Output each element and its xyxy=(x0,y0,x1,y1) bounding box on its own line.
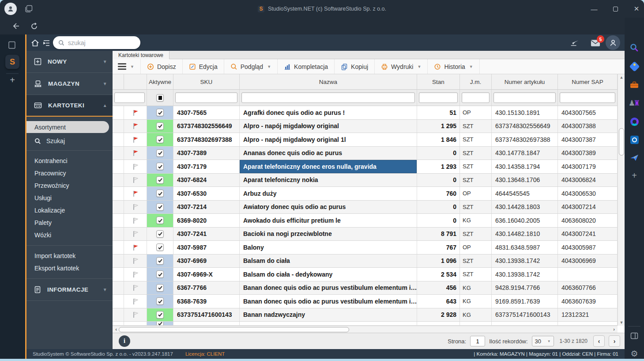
filter-handle-input[interactable] xyxy=(114,92,145,103)
sidebar-item-asortyment[interactable]: Asortyment xyxy=(26,121,109,133)
checkbox-checked-icon[interactable] xyxy=(156,217,164,224)
table-row[interactable]: 6373751471600143 Banan nadzwyczajny 2 92… xyxy=(113,308,618,322)
dopisz-button[interactable]: Dopisz xyxy=(141,59,183,74)
table-row[interactable]: 4307-6530 Arbuz duży 760 OP 4644545545 4… xyxy=(113,187,618,201)
name-cell[interactable]: Aparat telefoniczny donec eros nulla, gr… xyxy=(240,160,417,173)
sidebar-loop-icon[interactable] xyxy=(629,116,640,127)
row-handle-cell[interactable] xyxy=(113,160,124,173)
name-cell[interactable]: Alpro - napój migdałowy original 1l xyxy=(240,133,417,146)
col-numer-sap[interactable]: Numer SAP xyxy=(558,74,618,89)
active-checkbox-cell[interactable] xyxy=(147,228,173,241)
filter-checkbox-indeterminate[interactable] xyxy=(156,94,164,102)
name-cell[interactable]: Agrafki donec quis odio ac purus ! xyxy=(240,106,417,119)
active-checkbox-cell[interactable] xyxy=(147,106,173,119)
sidebar-item-import-kartotek[interactable]: Import kartotek xyxy=(26,250,113,262)
active-checkbox-cell[interactable] xyxy=(147,133,173,146)
sidebar-section-kartoteki[interactable]: KARTOTEKI ▲ xyxy=(26,95,113,117)
name-cell[interactable]: Awiatory donec quis odio ac purus xyxy=(240,201,417,214)
sidebar-item-kontrahenci[interactable]: Kontrahenci xyxy=(26,155,113,167)
table-row[interactable]: 6373748302697388 Alpro - napój migdałowy… xyxy=(113,133,618,147)
page-icon[interactable] xyxy=(8,41,16,49)
sidebar-item-lokalizacje[interactable]: Lokalizacje xyxy=(26,204,113,217)
filter-sku-input[interactable] xyxy=(175,92,237,103)
sidebar-outlook-icon[interactable] xyxy=(629,134,640,145)
table-row[interactable]: 4307-7179 Aparat telefoniczny donec eros… xyxy=(113,160,618,174)
sidebar-section-informacje[interactable]: INFORMACJE ▼ xyxy=(26,279,113,300)
name-cell[interactable]: Awokado duis efficitur pretium le xyxy=(240,214,417,227)
active-checkbox-cell[interactable] xyxy=(147,322,173,325)
sidebar-item-eksport-kartotek[interactable]: Eksport kartotek xyxy=(26,262,113,274)
chevron-down-icon[interactable]: ▼ xyxy=(103,81,107,86)
checkbox-checked-icon[interactable] xyxy=(156,297,164,305)
col-aktywne[interactable]: Aktywne xyxy=(147,74,173,89)
name-cell[interactable]: Balony xyxy=(240,241,417,254)
checkbox-checked-icon[interactable] xyxy=(156,284,164,292)
checkbox-checked-icon[interactable] xyxy=(156,322,164,325)
row-handle-cell[interactable] xyxy=(113,106,124,119)
name-cell[interactable]: Alpro - napój migdałowy original xyxy=(240,120,417,133)
name-cell[interactable]: Balsam do ciała xyxy=(240,255,417,268)
name-cell[interactable]: Banan donec quis odio ac purus vestibulu… xyxy=(240,281,417,295)
page-input[interactable] xyxy=(470,336,485,346)
table-row[interactable]: 6373748302556649 Alpro - napój migdałowy… xyxy=(113,120,618,133)
name-cell[interactable]: Banan donec quis odio ac purus vestibulu… xyxy=(240,295,417,308)
name-cell[interactable]: Aparat telefoniczny nokia xyxy=(240,174,417,187)
col-jm[interactable]: J.m. xyxy=(460,74,492,89)
active-checkbox-cell[interactable] xyxy=(147,201,173,214)
chevron-down-icon[interactable]: ▼ xyxy=(103,59,107,64)
table-row[interactable]: 4307-7241 Bacioki na nogi przeciwblotne … xyxy=(113,228,618,241)
app-search[interactable] xyxy=(53,36,140,49)
back-icon[interactable] xyxy=(11,21,20,31)
row-handle-cell[interactable] xyxy=(113,228,124,241)
maximize-button[interactable] xyxy=(606,0,624,18)
checkbox-checked-icon[interactable] xyxy=(156,176,164,184)
chevron-down-icon[interactable]: ▼ xyxy=(103,287,107,292)
prev-page-button[interactable]: ‹ xyxy=(593,335,605,347)
scroll-right-icon[interactable]: › xyxy=(610,326,618,333)
row-handle-cell[interactable] xyxy=(113,308,124,322)
horizontal-scrollbar[interactable]: ‹ › xyxy=(113,326,618,333)
active-checkbox-cell[interactable] xyxy=(147,174,173,187)
home-icon[interactable] xyxy=(30,38,40,48)
filter-nazwa-input[interactable] xyxy=(241,92,415,103)
checkbox-checked-icon[interactable] xyxy=(156,257,164,265)
row-handle-cell[interactable] xyxy=(113,187,124,200)
sidebar-item-szukaj[interactable]: Szukaj xyxy=(26,134,113,148)
filter-jm-input[interactable] xyxy=(462,92,490,103)
sidebar-section-magazyn[interactable]: MAGAZYN ▼ xyxy=(26,73,113,95)
scroll-down-icon[interactable]: ▼ xyxy=(618,319,625,326)
col-numer-artykulu[interactable]: Numer artykułu xyxy=(492,74,558,89)
active-checkbox-cell[interactable] xyxy=(147,268,173,281)
sidebar-item-przewoznicy[interactable]: Przewoźnicy xyxy=(26,179,113,192)
scroll-up-icon[interactable]: ▲ xyxy=(618,74,625,80)
table-row[interactable]: 6369-8020 Awokado duis efficitur pretium… xyxy=(113,214,618,228)
kopiuj-button[interactable]: Kopiuj xyxy=(335,59,375,74)
next-page-button[interactable]: › xyxy=(609,335,620,347)
strip-add-icon[interactable]: + xyxy=(7,75,18,86)
active-checkbox-cell[interactable] xyxy=(147,241,173,254)
checkbox-checked-icon[interactable] xyxy=(156,243,164,251)
checkbox-checked-icon[interactable] xyxy=(156,230,164,238)
table-row[interactable] xyxy=(113,322,618,326)
sidebar-drop-icon[interactable] xyxy=(629,152,640,163)
checkbox-checked-icon[interactable] xyxy=(156,136,164,143)
sidebar-toolbox-icon[interactable] xyxy=(629,80,640,90)
active-checkbox-cell[interactable] xyxy=(147,120,173,133)
row-handle-cell[interactable] xyxy=(113,295,124,308)
checkbox-checked-icon[interactable] xyxy=(156,311,164,319)
checkbox-checked-icon[interactable] xyxy=(156,163,164,170)
checkbox-checked-icon[interactable] xyxy=(156,203,164,211)
table-row[interactable]: 4307-6969 Balsam do ciała 1 096 SZT 430.… xyxy=(113,255,618,268)
checkbox-checked-icon[interactable] xyxy=(156,270,164,278)
col-sku[interactable]: SKU xyxy=(173,74,240,89)
sidebar-item-wozki[interactable]: Wózki xyxy=(26,229,113,241)
send-plane-icon[interactable] xyxy=(569,38,579,48)
name-cell[interactable]: Arbuz duży xyxy=(240,187,417,200)
row-handle-cell[interactable] xyxy=(113,120,124,133)
active-checkbox-cell[interactable] xyxy=(147,281,173,295)
sidebar-item-pracownicy[interactable]: Pracownicy xyxy=(26,167,113,179)
search-input[interactable] xyxy=(68,39,125,46)
grid-menu-button[interactable]: ▼ xyxy=(113,59,141,74)
sidebar-games-icon[interactable]: ♟♜ xyxy=(629,98,640,108)
minimize-button[interactable]: — xyxy=(585,0,603,18)
